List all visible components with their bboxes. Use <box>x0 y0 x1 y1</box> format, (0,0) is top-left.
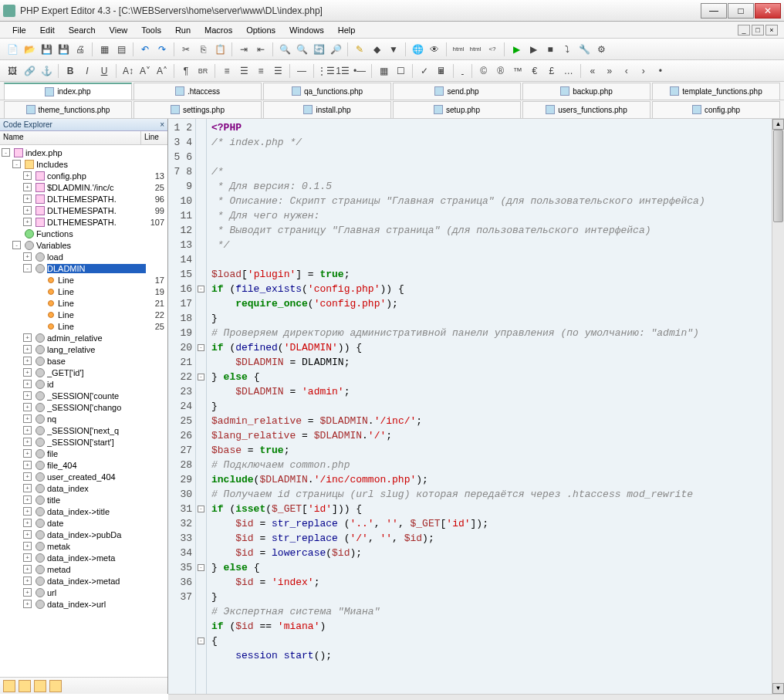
anchor-icon[interactable]: ⚓ <box>39 63 54 79</box>
tab-config-php[interactable]: config.php <box>652 101 780 118</box>
tree-node[interactable]: +config.php13 <box>0 170 167 181</box>
tools-icon[interactable]: 🔧 <box>576 42 592 57</box>
tree-toggle-icon[interactable]: + <box>23 183 32 191</box>
bold-icon[interactable]: B <box>63 63 78 79</box>
fold-column[interactable]: ------ <box>196 119 207 694</box>
preview-icon[interactable]: 👁 <box>427 42 442 57</box>
tree-node[interactable]: +url <box>0 587 167 598</box>
find-next-icon[interactable]: 🔍 <box>294 42 309 57</box>
debug-icon[interactable]: ▶ <box>525 42 541 57</box>
html-tag-icon[interactable]: html <box>451 42 466 57</box>
italic-icon[interactable]: I <box>79 63 95 79</box>
bookmark-next-icon[interactable]: ▼ <box>386 42 401 57</box>
explorer-tree[interactable]: -index.php-Includes+config.php13+$DLADMI… <box>0 145 167 677</box>
toggle-explorer-icon[interactable]: ▦ <box>96 42 112 57</box>
undo-icon[interactable]: ↶ <box>137 42 153 57</box>
tree-node[interactable]: -Variables <box>0 239 167 251</box>
tree-toggle-icon[interactable]: + <box>23 507 32 516</box>
tree-toggle-icon[interactable]: + <box>23 472 32 481</box>
tab-setup-php[interactable]: setup.php <box>393 101 521 118</box>
align-right-icon[interactable]: ≡ <box>253 63 269 79</box>
browser-icon[interactable]: 🌐 <box>410 42 425 57</box>
php-tag-icon[interactable]: <? <box>485 42 500 57</box>
list-ol-icon[interactable]: 1☰ <box>335 63 350 79</box>
tab-backup-php[interactable]: backup.php <box>522 83 651 100</box>
scroll-down-icon[interactable]: ▼ <box>772 683 784 694</box>
tab-index-php[interactable]: index.php <box>4 83 132 100</box>
mdi-close-icon[interactable]: × <box>765 25 778 36</box>
tree-node[interactable]: +title <box>0 494 167 506</box>
menu-file[interactable]: File <box>6 24 32 36</box>
tree-node[interactable]: +metak <box>0 540 167 552</box>
tree-node[interactable]: +load <box>0 251 167 262</box>
code-content[interactable]: <?PHP /* index.php */ /* * Для версия: 0… <box>207 119 772 694</box>
font-inc-icon[interactable]: A˄ <box>154 63 170 79</box>
tree-toggle-icon[interactable]: + <box>23 414 32 423</box>
tree-node[interactable]: +_SESSION['chango <box>0 401 167 413</box>
tree-toggle-icon[interactable]: + <box>23 588 32 597</box>
tree-toggle-icon[interactable]: + <box>23 449 32 458</box>
tree-node[interactable]: +DLTHEMESPATH.96 <box>0 193 167 205</box>
bullet-icon[interactable]: • <box>653 63 668 79</box>
highlight-icon[interactable]: ✎ <box>352 42 367 57</box>
menu-view[interactable]: View <box>103 24 134 36</box>
tab-qa-functions-php[interactable]: qa_functions.php <box>263 83 391 100</box>
tree-toggle-icon[interactable]: + <box>23 426 32 435</box>
fold-toggle-icon[interactable]: - <box>198 564 204 571</box>
tree-node[interactable]: +_SESSION['start'] <box>0 436 167 448</box>
col-line[interactable]: Line <box>141 131 167 144</box>
tree-toggle-icon[interactable]: - <box>23 264 32 272</box>
menu-edit[interactable]: Edit <box>34 24 61 36</box>
tree-node[interactable]: Line19 <box>0 286 167 297</box>
image-icon[interactable]: 🖼 <box>5 63 20 79</box>
mdi-min-icon[interactable]: _ <box>738 25 750 36</box>
tree-toggle-icon[interactable]: + <box>23 565 32 573</box>
tree-toggle-icon[interactable]: + <box>23 218 32 226</box>
paste-icon[interactable]: 📋 <box>212 42 228 57</box>
tab-settings-php[interactable]: settings.php <box>133 101 262 118</box>
tree-toggle-icon[interactable]: + <box>23 380 32 388</box>
tree-toggle-icon[interactable]: + <box>23 530 32 539</box>
tree-node[interactable]: Line17 <box>0 274 167 286</box>
tree-toggle-icon[interactable]: + <box>23 600 32 608</box>
calc-icon[interactable]: 🖩 <box>434 63 449 79</box>
footer-btn-4[interactable] <box>49 680 62 692</box>
link-icon[interactable]: 🔗 <box>22 63 37 79</box>
tree-toggle-icon[interactable]: + <box>23 577 32 585</box>
tree-toggle-icon[interactable]: - <box>12 160 21 168</box>
cut-icon[interactable]: ✂ <box>178 42 194 57</box>
tree-toggle-icon[interactable]: - <box>2 148 10 157</box>
entity-pound-icon[interactable]: £ <box>544 63 559 79</box>
tree-toggle-icon[interactable]: + <box>23 542 32 550</box>
tree-node[interactable]: +data_index->meta <box>0 552 167 563</box>
font-dec-icon[interactable]: A˅ <box>137 63 153 79</box>
tree-node[interactable]: +_GET['id'] <box>0 367 167 378</box>
tree-toggle-icon[interactable]: + <box>23 345 32 353</box>
angle-close-icon[interactable]: › <box>636 63 651 79</box>
tree-toggle-icon[interactable]: + <box>23 333 32 342</box>
tree-toggle-icon[interactable]: + <box>23 171 32 180</box>
para-icon[interactable]: ¶ <box>178 63 194 79</box>
fold-toggle-icon[interactable]: - <box>198 506 204 512</box>
open-file-icon[interactable]: 📂 <box>22 42 37 57</box>
hr-icon[interactable]: — <box>294 63 309 79</box>
quote-close-icon[interactable]: » <box>602 63 617 79</box>
tab-send-php[interactable]: send.php <box>393 83 521 100</box>
entity-copy-icon[interactable]: © <box>476 63 492 79</box>
stop-icon[interactable]: ■ <box>542 42 558 57</box>
footer-btn-1[interactable] <box>3 680 15 692</box>
tree-toggle-icon[interactable]: + <box>23 553 32 562</box>
tree-node[interactable]: +data_index <box>0 482 167 494</box>
tree-node[interactable]: +id <box>0 378 167 390</box>
find-icon[interactable]: 🔍 <box>277 42 292 57</box>
code-editor[interactable]: 1 2 3 4 5 6 7 8 9 10 11 12 13 14 15 16 1… <box>168 119 784 694</box>
tree-node[interactable]: +admin_relative <box>0 332 167 343</box>
tree-node[interactable]: Functions <box>0 228 167 239</box>
tree-toggle-icon[interactable]: + <box>23 519 32 527</box>
align-center-icon[interactable]: ☰ <box>236 63 252 79</box>
list-ul-icon[interactable]: ⋮☰ <box>318 63 333 79</box>
tree-node[interactable]: +DLTHEMESPATH.107 <box>0 216 167 228</box>
fold-toggle-icon[interactable]: - <box>198 344 204 351</box>
scroll-thumb[interactable] <box>773 130 783 222</box>
align-justify-icon[interactable]: ☰ <box>270 63 286 79</box>
